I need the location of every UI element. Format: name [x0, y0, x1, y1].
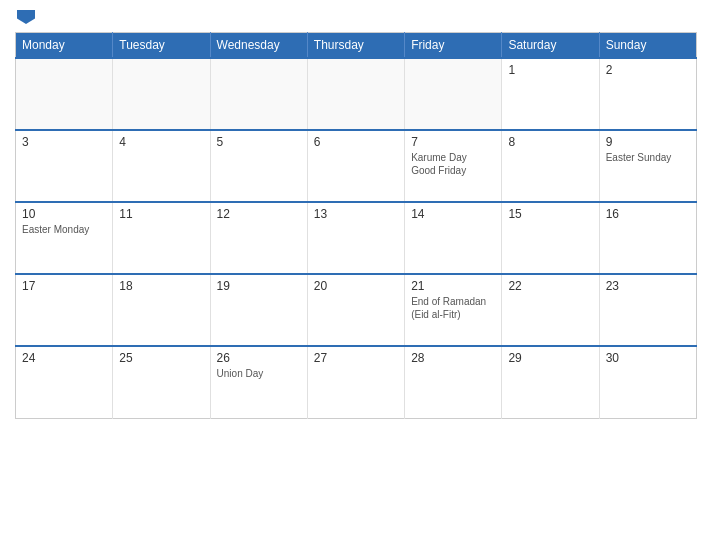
day-number: 30	[606, 351, 690, 365]
day-number: 15	[508, 207, 592, 221]
day-number: 25	[119, 351, 203, 365]
day-number: 18	[119, 279, 203, 293]
calendar-cell: 16	[599, 202, 696, 274]
day-number: 4	[119, 135, 203, 149]
day-number: 2	[606, 63, 690, 77]
calendar-cell	[113, 58, 210, 130]
day-number: 23	[606, 279, 690, 293]
day-number: 21	[411, 279, 495, 293]
day-number: 19	[217, 279, 301, 293]
calendar-cell: 9Easter Sunday	[599, 130, 696, 202]
calendar-cell: 25	[113, 346, 210, 418]
calendar-cell: 21End of Ramadan(Eid al-Fitr)	[405, 274, 502, 346]
weekday-header-row: MondayTuesdayWednesdayThursdayFridaySatu…	[16, 33, 697, 59]
day-number: 11	[119, 207, 203, 221]
day-number: 26	[217, 351, 301, 365]
day-number: 27	[314, 351, 398, 365]
day-number: 10	[22, 207, 106, 221]
calendar-cell	[405, 58, 502, 130]
calendar-cell: 17	[16, 274, 113, 346]
day-number: 29	[508, 351, 592, 365]
calendar-cell: 10Easter Monday	[16, 202, 113, 274]
day-number: 24	[22, 351, 106, 365]
calendar-cell: 4	[113, 130, 210, 202]
calendar-cell	[307, 58, 404, 130]
day-number: 6	[314, 135, 398, 149]
calendar-cell: 20	[307, 274, 404, 346]
weekday-header-thursday: Thursday	[307, 33, 404, 59]
calendar-week-2: 34567Karume DayGood Friday89Easter Sunda…	[16, 130, 697, 202]
event-label: Easter Sunday	[606, 152, 672, 163]
logo-flag-icon	[17, 10, 35, 24]
event-label: Good Friday	[411, 165, 466, 176]
calendar-cell: 15	[502, 202, 599, 274]
logo	[15, 10, 35, 24]
weekday-header-monday: Monday	[16, 33, 113, 59]
calendar-week-1: 12	[16, 58, 697, 130]
page-header	[15, 10, 697, 24]
day-number: 7	[411, 135, 495, 149]
weekday-header-wednesday: Wednesday	[210, 33, 307, 59]
calendar-cell: 1	[502, 58, 599, 130]
calendar-cell: 26Union Day	[210, 346, 307, 418]
day-number: 5	[217, 135, 301, 149]
weekday-header-sunday: Sunday	[599, 33, 696, 59]
calendar-cell: 30	[599, 346, 696, 418]
calendar-cell: 22	[502, 274, 599, 346]
day-number: 3	[22, 135, 106, 149]
event-label: End of Ramadan	[411, 296, 486, 307]
day-number: 16	[606, 207, 690, 221]
calendar-week-3: 10Easter Monday111213141516	[16, 202, 697, 274]
calendar-cell: 7Karume DayGood Friday	[405, 130, 502, 202]
calendar-page: MondayTuesdayWednesdayThursdayFridaySatu…	[0, 0, 712, 550]
weekday-header-saturday: Saturday	[502, 33, 599, 59]
weekday-header-friday: Friday	[405, 33, 502, 59]
calendar-week-4: 1718192021End of Ramadan(Eid al-Fitr)222…	[16, 274, 697, 346]
calendar-cell: 19	[210, 274, 307, 346]
calendar-cell: 29	[502, 346, 599, 418]
calendar-cell: 14	[405, 202, 502, 274]
calendar-cell: 12	[210, 202, 307, 274]
day-number: 17	[22, 279, 106, 293]
event-label: Karume Day	[411, 152, 467, 163]
calendar-cell: 5	[210, 130, 307, 202]
day-number: 14	[411, 207, 495, 221]
calendar-cell: 6	[307, 130, 404, 202]
day-number: 1	[508, 63, 592, 77]
calendar-cell: 18	[113, 274, 210, 346]
calendar-table: MondayTuesdayWednesdayThursdayFridaySatu…	[15, 32, 697, 419]
calendar-cell: 2	[599, 58, 696, 130]
calendar-cell: 11	[113, 202, 210, 274]
event-label: Union Day	[217, 368, 264, 379]
day-number: 20	[314, 279, 398, 293]
calendar-cell: 13	[307, 202, 404, 274]
weekday-header-tuesday: Tuesday	[113, 33, 210, 59]
calendar-week-5: 242526Union Day27282930	[16, 346, 697, 418]
calendar-cell: 3	[16, 130, 113, 202]
calendar-cell: 28	[405, 346, 502, 418]
day-number: 28	[411, 351, 495, 365]
event-label: Easter Monday	[22, 224, 89, 235]
day-number: 13	[314, 207, 398, 221]
day-number: 8	[508, 135, 592, 149]
calendar-cell	[210, 58, 307, 130]
day-number: 22	[508, 279, 592, 293]
day-number: 12	[217, 207, 301, 221]
calendar-cell: 23	[599, 274, 696, 346]
day-number: 9	[606, 135, 690, 149]
calendar-cell: 27	[307, 346, 404, 418]
calendar-cell: 24	[16, 346, 113, 418]
calendar-cell: 8	[502, 130, 599, 202]
calendar-cell	[16, 58, 113, 130]
event-label: (Eid al-Fitr)	[411, 309, 460, 320]
